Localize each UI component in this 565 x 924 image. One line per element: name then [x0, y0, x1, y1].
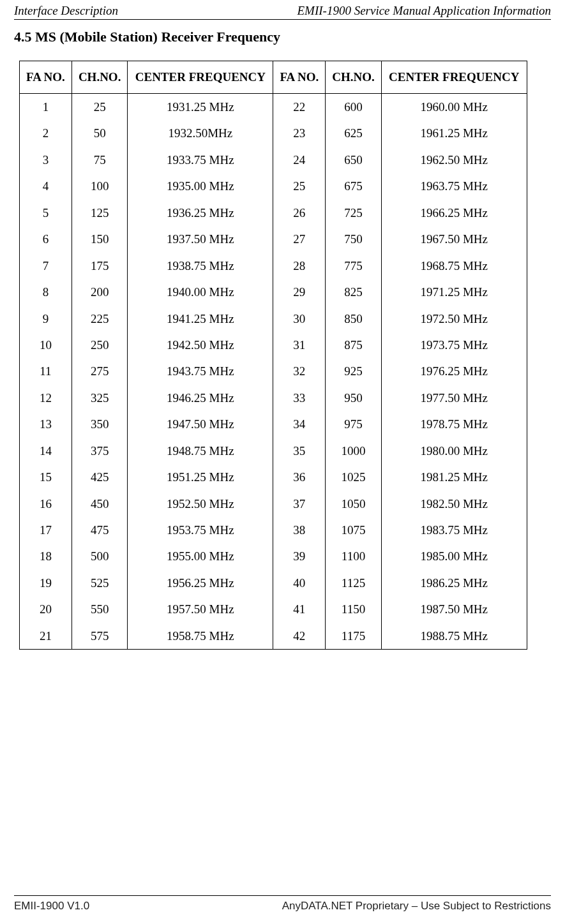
cell-ch2: 600: [326, 94, 382, 121]
cell-ch1: 475: [72, 517, 128, 543]
cell-ch1: 25: [72, 94, 128, 121]
col-header-fa1: FA NO.: [20, 61, 72, 94]
cell-cf2: 1985.00 MHz: [381, 543, 527, 569]
cell-cf2: 1962.50 MHz: [381, 147, 527, 173]
cell-fa2: 25: [273, 173, 326, 199]
table-row: 164501952.50 MHz3710501982.50 MHz: [20, 491, 527, 517]
cell-fa2: 23: [273, 120, 326, 146]
col-header-fa2: FA NO.: [273, 61, 326, 94]
cell-ch2: 650: [326, 147, 382, 173]
cell-fa1: 1: [20, 94, 72, 121]
cell-fa2: 22: [273, 94, 326, 121]
cell-cf2: 1966.25 MHz: [381, 200, 527, 226]
cell-cf2: 1980.00 MHz: [381, 438, 527, 464]
cell-cf2: 1961.25 MHz: [381, 120, 527, 146]
cell-ch2: 925: [326, 358, 382, 384]
cell-ch2: 1150: [326, 596, 382, 622]
table-row: 143751948.75 MHz3510001980.00 MHz: [20, 438, 527, 464]
cell-fa2: 30: [273, 306, 326, 332]
cell-fa2: 26: [273, 200, 326, 226]
cell-ch1: 50: [72, 120, 128, 146]
cell-cf2: 1967.50 MHz: [381, 226, 527, 252]
cell-cf1: 1933.75 MHz: [128, 147, 273, 173]
cell-fa1: 14: [20, 438, 72, 464]
cell-fa1: 11: [20, 358, 72, 384]
table-row: 185001955.00 MHz3911001985.00 MHz: [20, 543, 527, 569]
table-row: 174751953.75 MHz3810751983.75 MHz: [20, 517, 527, 543]
cell-fa2: 41: [273, 596, 326, 622]
cell-fa2: 42: [273, 623, 326, 650]
table-row: 205501957.50 MHz4111501987.50 MHz: [20, 596, 527, 622]
col-header-cf2: CENTER FREQUENCY: [381, 61, 527, 94]
cell-ch2: 975: [326, 411, 382, 437]
cell-cf1: 1955.00 MHz: [128, 543, 273, 569]
cell-cf1: 1946.25 MHz: [128, 385, 273, 411]
cell-ch2: 950: [326, 385, 382, 411]
cell-fa1: 5: [20, 200, 72, 226]
cell-ch1: 125: [72, 200, 128, 226]
cell-fa2: 36: [273, 464, 326, 490]
cell-ch1: 75: [72, 147, 128, 173]
cell-ch2: 750: [326, 226, 382, 252]
cell-ch2: 1100: [326, 543, 382, 569]
cell-cf1: 1951.25 MHz: [128, 464, 273, 490]
cell-fa2: 27: [273, 226, 326, 252]
cell-ch2: 850: [326, 306, 382, 332]
cell-ch1: 525: [72, 570, 128, 596]
table-row: 61501937.50 MHz277501967.50 MHz: [20, 226, 527, 252]
cell-cf1: 1952.50 MHz: [128, 491, 273, 517]
table-row: 195251956.25 MHz4011251986.25 MHz: [20, 570, 527, 596]
table-row: 102501942.50 MHz318751973.75 MHz: [20, 332, 527, 358]
cell-ch2: 1025: [326, 464, 382, 490]
cell-fa1: 13: [20, 411, 72, 437]
table-row: 3751933.75 MHz246501962.50 MHz: [20, 147, 527, 173]
cell-cf2: 1987.50 MHz: [381, 596, 527, 622]
cell-cf1: 1936.25 MHz: [128, 200, 273, 226]
table-row: 41001935.00 MHz256751963.75 MHz: [20, 173, 527, 199]
cell-cf1: 1940.00 MHz: [128, 279, 273, 305]
cell-ch2: 675: [326, 173, 382, 199]
cell-fa1: 10: [20, 332, 72, 358]
cell-cf1: 1947.50 MHz: [128, 411, 273, 437]
cell-cf1: 1948.75 MHz: [128, 438, 273, 464]
cell-fa2: 29: [273, 279, 326, 305]
cell-ch1: 200: [72, 279, 128, 305]
header-right: EMII-1900 Service Manual Application Inf…: [297, 4, 551, 18]
col-header-ch2: CH.NO.: [326, 61, 382, 94]
cell-ch2: 775: [326, 253, 382, 279]
table-row: 112751943.75 MHz329251976.25 MHz: [20, 358, 527, 384]
cell-fa1: 7: [20, 253, 72, 279]
cell-ch1: 350: [72, 411, 128, 437]
cell-fa1: 8: [20, 279, 72, 305]
cell-cf2: 1973.75 MHz: [381, 332, 527, 358]
cell-ch1: 450: [72, 491, 128, 517]
cell-fa1: 4: [20, 173, 72, 199]
header-left: Interface Description: [14, 4, 118, 18]
table-row: 92251941.25 MHz308501972.50 MHz: [20, 306, 527, 332]
cell-cf1: 1938.75 MHz: [128, 253, 273, 279]
cell-ch1: 575: [72, 623, 128, 650]
cell-cf2: 1988.75 MHz: [381, 623, 527, 650]
cell-ch2: 625: [326, 120, 382, 146]
cell-fa2: 33: [273, 385, 326, 411]
section-title: 4.5 MS (Mobile Station) Receiver Frequen…: [14, 29, 551, 45]
table-row: 215751958.75 MHz4211751988.75 MHz: [20, 623, 527, 650]
cell-cf2: 1963.75 MHz: [381, 173, 527, 199]
cell-fa2: 40: [273, 570, 326, 596]
cell-fa1: 12: [20, 385, 72, 411]
cell-cf1: 1941.25 MHz: [128, 306, 273, 332]
table-row: 154251951.25 MHz3610251981.25 MHz: [20, 464, 527, 490]
cell-ch1: 325: [72, 385, 128, 411]
cell-ch2: 1075: [326, 517, 382, 543]
cell-cf2: 1982.50 MHz: [381, 491, 527, 517]
cell-cf1: 1956.25 MHz: [128, 570, 273, 596]
cell-cf2: 1986.25 MHz: [381, 570, 527, 596]
cell-cf1: 1957.50 MHz: [128, 596, 273, 622]
cell-fa2: 31: [273, 332, 326, 358]
cell-ch2: 825: [326, 279, 382, 305]
table-row: 123251946.25 MHz339501977.50 MHz: [20, 385, 527, 411]
table-row: 82001940.00 MHz298251971.25 MHz: [20, 279, 527, 305]
cell-cf1: 1932.50MHz: [128, 120, 273, 146]
cell-ch1: 225: [72, 306, 128, 332]
cell-ch1: 425: [72, 464, 128, 490]
